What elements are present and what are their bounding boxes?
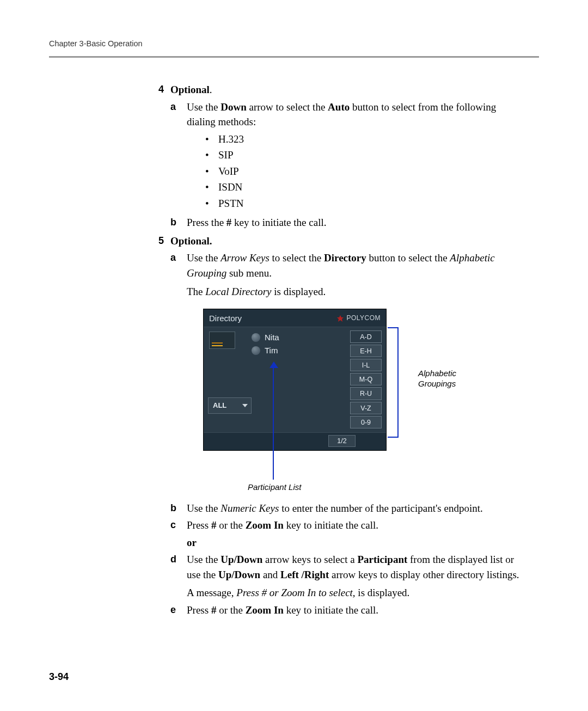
text: sub menu. bbox=[226, 267, 272, 279]
text: A message, bbox=[187, 587, 236, 598]
step-5-lead: Optional. bbox=[170, 235, 212, 247]
sub-letter: e bbox=[170, 603, 187, 618]
participant-icon bbox=[252, 346, 260, 355]
directory-figure: Directory POLYCOM bbox=[203, 309, 523, 451]
device-titlebar: Directory POLYCOM bbox=[204, 309, 386, 327]
brand-logo: POLYCOM bbox=[336, 314, 381, 323]
text: key to initiate the call. bbox=[231, 217, 326, 228]
brand-text: POLYCOM bbox=[346, 314, 381, 323]
alpha-group-button[interactable]: I-L bbox=[350, 359, 382, 371]
participant-name: Nita bbox=[265, 332, 279, 344]
text: Use the bbox=[187, 101, 220, 113]
kw-directory: Directory bbox=[324, 252, 366, 263]
kw-leftright: Left /Right bbox=[280, 569, 329, 580]
alpha-group-button[interactable]: 0-9 bbox=[350, 416, 382, 428]
text: The bbox=[187, 286, 205, 297]
text: or the bbox=[216, 604, 245, 616]
step-number: 4 bbox=[144, 82, 170, 230]
step-4-lead: Optional bbox=[170, 84, 210, 95]
text: button to select the bbox=[366, 252, 450, 263]
sub-letter: a bbox=[170, 250, 187, 493]
it-arrow-keys: Arrow Keys bbox=[220, 252, 270, 263]
participant-icon bbox=[252, 333, 260, 342]
alpha-group-button[interactable]: E-H bbox=[350, 345, 382, 357]
step-4-tail: . bbox=[210, 84, 212, 95]
kw-updown: Up/Down bbox=[220, 554, 262, 565]
sub-letter: d bbox=[170, 552, 187, 600]
sub-letter: b bbox=[170, 215, 187, 230]
kw-participant: Participant bbox=[357, 554, 407, 565]
kw-updown2: Up/Down bbox=[218, 569, 260, 580]
text: is displayed. bbox=[272, 286, 326, 297]
text: Use the bbox=[187, 554, 220, 565]
list-item[interactable]: Tim bbox=[252, 345, 350, 357]
annotation-alpha-groupings: Alphabetic Groupings bbox=[418, 369, 456, 389]
self-view-thumbnail[interactable] bbox=[209, 332, 235, 349]
text: or the bbox=[216, 519, 245, 531]
participant-list[interactable]: Nita Tim bbox=[248, 330, 350, 430]
list-item: SIP bbox=[205, 148, 523, 163]
kw-zoom-in: Zoom In bbox=[246, 604, 284, 616]
step-4b: b Press the # key to initiate the call. bbox=[170, 215, 523, 230]
header-rule bbox=[49, 56, 539, 58]
step-5d: d Use the Up/Down arrow keys to select a… bbox=[170, 552, 523, 600]
device-title: Directory bbox=[209, 312, 242, 324]
step-number: 5 bbox=[144, 234, 170, 618]
text: Press bbox=[187, 519, 211, 531]
step-4a: a Use the Down arrow to select the Auto … bbox=[170, 100, 523, 213]
participant-name: Tim bbox=[265, 345, 278, 357]
all-label: ALL bbox=[213, 401, 226, 411]
page-number: 3-94 bbox=[49, 670, 69, 684]
text: arrow keys to display other directory li… bbox=[329, 569, 519, 580]
text: to select the bbox=[270, 252, 324, 263]
dialing-method-list: H.323 SIP VoIP ISDN PSTN bbox=[205, 132, 523, 211]
step-5b: b Use the Numeric Keys to enter the numb… bbox=[170, 501, 523, 516]
text: Press the bbox=[187, 217, 226, 228]
list-item: PSTN bbox=[205, 196, 523, 211]
page-indicator[interactable]: 1/2 bbox=[328, 435, 356, 447]
alpha-group-column: A-D E-H I-L M-Q R-U V-Z 0-9 bbox=[350, 330, 382, 430]
running-header: Chapter 3-Basic Operation bbox=[49, 38, 539, 50]
sub-letter: b bbox=[170, 501, 187, 516]
step-5: 5 Optional. a Use the Arrow Keys to sele… bbox=[144, 234, 523, 618]
chevron-down-icon bbox=[242, 404, 248, 407]
kw-hash: # bbox=[226, 217, 232, 228]
kw-zoom-in: Zoom In bbox=[246, 519, 284, 531]
alpha-group-button[interactable]: A-D bbox=[350, 330, 382, 343]
list-item: VoIP bbox=[205, 164, 523, 179]
step-5a: a Use the Arrow Keys to select the Direc… bbox=[170, 250, 523, 493]
list-item: H.323 bbox=[205, 132, 523, 147]
device-body: ALL Nita bbox=[204, 327, 386, 432]
kw-auto: Auto bbox=[328, 101, 350, 113]
it-local-directory: Local Directory bbox=[205, 286, 271, 297]
svg-marker-0 bbox=[337, 315, 344, 322]
text: to enter the number of the participant's… bbox=[279, 502, 482, 514]
kw-down: Down bbox=[220, 101, 247, 113]
alpha-group-button[interactable]: R-U bbox=[350, 387, 382, 400]
kw-hash: # bbox=[211, 519, 217, 531]
sub-letter: a bbox=[170, 100, 187, 213]
step-4: 4 Optional. a Use the Down arrow to sele… bbox=[144, 82, 523, 230]
text: key to initiate the call. bbox=[284, 604, 378, 616]
it-numeric-keys: Numeric Keys bbox=[220, 502, 279, 514]
kw-hash: # bbox=[211, 604, 217, 616]
it-press-msg: Press # or Zoom In to select, bbox=[236, 587, 355, 598]
or-separator: or bbox=[187, 535, 523, 550]
polycom-icon bbox=[336, 315, 344, 322]
page-content: 4 Optional. a Use the Down arrow to sele… bbox=[144, 82, 523, 617]
text: Use the bbox=[187, 252, 220, 263]
alpha-group-button[interactable]: V-Z bbox=[350, 402, 382, 414]
all-dropdown[interactable]: ALL bbox=[208, 397, 252, 414]
text: arrow keys to select a bbox=[262, 554, 357, 565]
device-screen: Directory POLYCOM bbox=[203, 309, 387, 451]
callout-arrow bbox=[203, 454, 385, 481]
list-item[interactable]: Nita bbox=[252, 332, 350, 344]
alpha-group-button[interactable]: M-Q bbox=[350, 373, 382, 385]
text: and bbox=[260, 569, 280, 580]
device-statusbar: 1/2 bbox=[204, 432, 386, 450]
bracket-callout bbox=[388, 327, 399, 438]
list-item: ISDN bbox=[205, 180, 523, 195]
step-5c: c Press # or the Zoom In key to initiate… bbox=[170, 518, 523, 550]
text: Use the bbox=[187, 502, 220, 514]
text: is displayed. bbox=[356, 587, 410, 598]
